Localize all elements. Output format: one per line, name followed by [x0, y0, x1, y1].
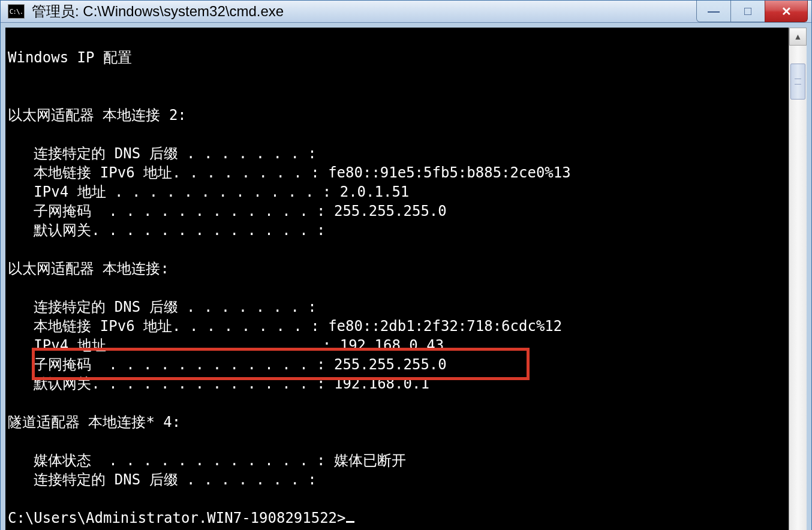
adapter1-title: 以太网适配器 本地连接 2: — [8, 107, 187, 124]
adapter1-ipv4: IPv4 地址 . . . . . . . . . . . . : 2.0.1.… — [8, 183, 409, 200]
window-controls: — □ ✕ — [696, 1, 808, 22]
adapter2-subnet: 子网掩码 . . . . . . . . . . . . : 255.255.2… — [8, 356, 447, 373]
tunnel-title: 隧道适配器 本地连接* 4: — [8, 414, 181, 430]
scroll-track[interactable] — [789, 46, 807, 530]
cmd-icon: C:\. — [8, 4, 25, 19]
client-area: Windows IP 配置 以太网适配器 本地连接 2: 连接特定的 DNS 后… — [1, 23, 811, 530]
maximize-button[interactable]: □ — [730, 1, 765, 22]
adapter2-dns: 连接特定的 DNS 后缀 . . . . . . . : — [8, 299, 317, 315]
adapter2-gateway: 默认网关. . . . . . . . . . . . . : 192.168.… — [8, 375, 429, 392]
close-button[interactable]: ✕ — [765, 1, 808, 22]
window-title: 管理员: C:\Windows\system32\cmd.exe — [32, 2, 696, 21]
minimize-button[interactable]: — — [696, 1, 731, 22]
ipconfig-header: Windows IP 配置 — [8, 49, 132, 66]
adapter2-title: 以太网适配器 本地连接: — [8, 260, 169, 277]
command-prompt: C:\Users\Administrator.WIN7-1908291522> — [8, 510, 346, 526]
adapter1-dns: 连接特定的 DNS 后缀 . . . . . . . : — [8, 145, 317, 162]
adapter1-ipv6: 本地链接 IPv6 地址. . . . . . . . : fe80::91e5… — [8, 164, 571, 181]
scroll-up-button[interactable]: ▲ — [789, 28, 807, 46]
adapter2-ipv4: IPv4 地址 . . . . . . . . . . . . : 192.16… — [8, 337, 444, 354]
console-output[interactable]: Windows IP 配置 以太网适配器 本地连接 2: 连接特定的 DNS 后… — [5, 28, 789, 530]
cursor — [346, 521, 354, 523]
scroll-thumb[interactable] — [790, 64, 805, 100]
adapter2-ipv6: 本地链接 IPv6 地址. . . . . . . . : fe80::2db1… — [8, 318, 562, 335]
tunnel-media: 媒体状态 . . . . . . . . . . . . : 媒体已断开 — [8, 452, 406, 469]
cmd-window: C:\. 管理员: C:\Windows\system32\cmd.exe — … — [0, 0, 812, 530]
tunnel-dns: 连接特定的 DNS 后缀 . . . . . . . : — [8, 471, 317, 488]
title-bar[interactable]: C:\. 管理员: C:\Windows\system32\cmd.exe — … — [1, 1, 811, 23]
adapter1-gateway: 默认网关. . . . . . . . . . . . . : — [8, 222, 325, 239]
adapter1-subnet: 子网掩码 . . . . . . . . . . . . : 255.255.2… — [8, 203, 447, 219]
vertical-scrollbar[interactable]: ▲ ▼ — [789, 28, 807, 530]
